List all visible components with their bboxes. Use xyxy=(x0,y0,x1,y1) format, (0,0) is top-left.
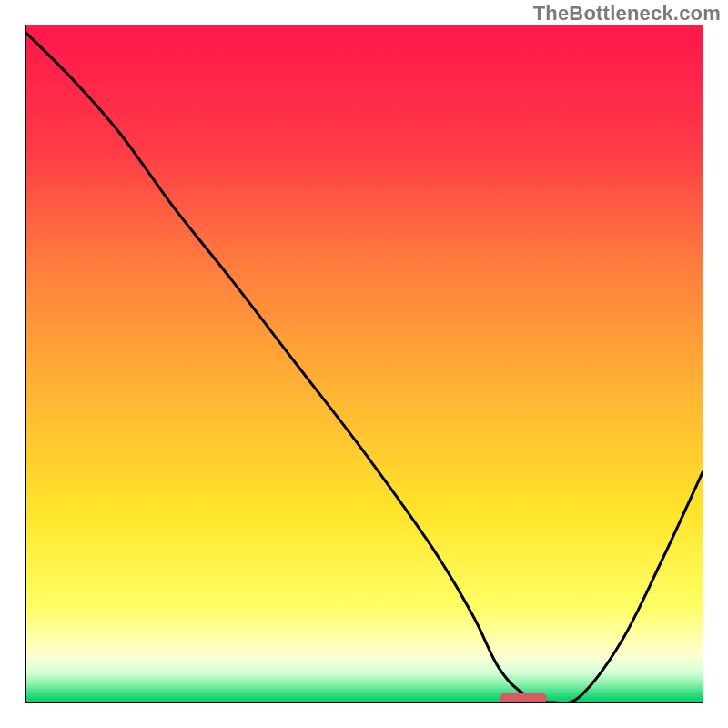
chart-svg xyxy=(0,0,728,728)
gradient-background xyxy=(25,25,703,703)
watermark-text: TheBottleneck.com xyxy=(533,2,721,25)
bottleneck-chart: TheBottleneck.com xyxy=(0,0,728,728)
